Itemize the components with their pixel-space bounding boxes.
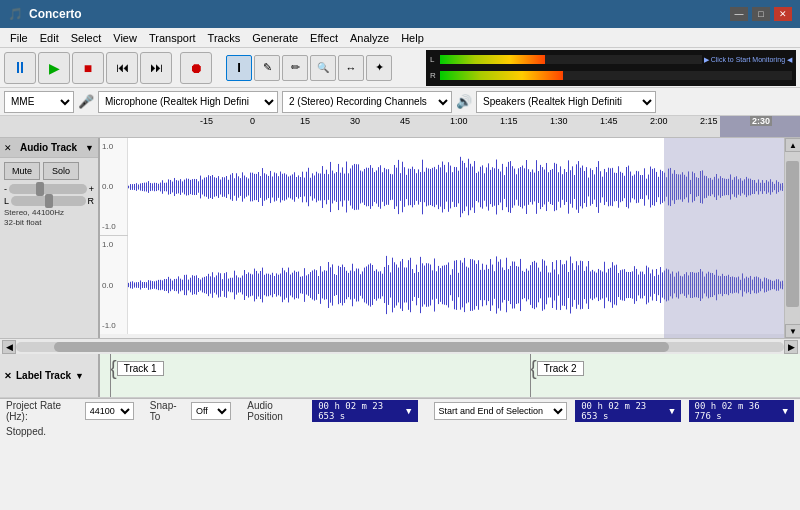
ruler-mark: 30 [350, 116, 360, 126]
scroll-left-button[interactable]: ◀ [2, 340, 16, 354]
audio-track-header: ✕ Audio Track ▼ [0, 138, 98, 158]
ruler-mark: 2:15 [700, 116, 718, 126]
host-select[interactable]: MME [4, 91, 74, 113]
ruler-mark: 1:30 [550, 116, 568, 126]
vscroll-track[interactable] [785, 152, 800, 324]
vu-R-label: R [430, 71, 438, 80]
pan-slider[interactable] [11, 196, 85, 206]
label-bracket-left-1: { [110, 358, 117, 378]
record-button[interactable]: ⏺ [180, 52, 212, 84]
gain-minus: - [4, 184, 7, 194]
audio-track-body: Mute Solo - + L R Stereo, 44100Hz 32-bit… [0, 158, 98, 233]
envelope-tool[interactable]: ✎ [254, 55, 280, 81]
next-button[interactable]: ⏭ [140, 52, 172, 84]
timeshift-tool[interactable]: ↔ [338, 55, 364, 81]
window-controls: — □ ✕ [730, 7, 792, 21]
snap-to-select[interactable]: Off [191, 402, 231, 420]
selection-start-display: 00 h 02 m 23 653 s ▼ [575, 400, 680, 422]
gain-thumb[interactable] [36, 182, 44, 196]
channels-select[interactable]: 2 (Stereo) Recording Channels [282, 91, 452, 113]
pan-R: R [88, 196, 95, 206]
bottom-channel: 1.0 0.0 -1.0 [100, 236, 784, 334]
scroll-up-button[interactable]: ▲ [785, 138, 800, 152]
menu-view[interactable]: View [107, 31, 143, 45]
ruler-mark: 1:45 [600, 116, 618, 126]
stop-button[interactable]: ■ [72, 52, 104, 84]
ruler-mark-current: 2:30 [750, 116, 772, 126]
select-tool[interactable]: I [226, 55, 252, 81]
mute-button[interactable]: Mute [4, 162, 40, 180]
stopped-text: Stopped. [6, 426, 46, 437]
sel-end-dropdown[interactable]: ▼ [783, 406, 788, 416]
audio-pos-label: Audio Position [247, 400, 304, 422]
menu-file[interactable]: File [4, 31, 34, 45]
status-bar: Project Rate (Hz): 44100 Snap-To Off Aud… [0, 398, 800, 422]
gain-slider[interactable] [9, 184, 87, 194]
label-dropdown-icon[interactable]: ▼ [75, 371, 84, 381]
label-pin-left-1 [110, 354, 111, 397]
label-track-controls: ✕ Label Track ▼ [0, 354, 100, 397]
scroll-down-button[interactable]: ▼ [785, 324, 800, 338]
menu-bar: File Edit Select View Transport Tracks G… [0, 28, 800, 48]
pause-button[interactable]: ⏸ [4, 52, 36, 84]
label-pin-left-2 [530, 354, 531, 397]
scroll-right-button[interactable]: ▶ [784, 340, 798, 354]
menu-help[interactable]: Help [395, 31, 430, 45]
play-button[interactable]: ▶ [38, 52, 70, 84]
project-rate-select[interactable]: 44100 [85, 402, 134, 420]
menu-generate[interactable]: Generate [246, 31, 304, 45]
vscroll-thumb[interactable] [786, 161, 799, 307]
solo-button[interactable]: Solo [43, 162, 79, 180]
menu-tracks[interactable]: Tracks [202, 31, 247, 45]
track-info-stereo: Stereo, 44100Hz [4, 208, 94, 218]
scale-bottom: 1.0 0.0 -1.0 [100, 236, 128, 334]
track-dropdown-icon[interactable]: ▼ [85, 143, 94, 153]
audio-position-display: 00 h 02 m 23 653 s ▼ [312, 400, 417, 422]
sel-end-value: 00 h 02 m 36 776 s [695, 401, 781, 421]
menu-edit[interactable]: Edit [34, 31, 65, 45]
waveform-area: 1.0 0.0 -1.0 1.0 0.0 -1.0 [100, 138, 784, 338]
selection-end-display: 00 h 02 m 36 776 s ▼ [689, 400, 794, 422]
ruler-mark: -15 [200, 116, 213, 126]
scale-top: 1.0 0.0 -1.0 [100, 138, 128, 235]
hscroll-track[interactable] [16, 342, 784, 352]
ruler-mark: 45 [400, 116, 410, 126]
selection-type-select[interactable]: Start and End of Selection [434, 402, 568, 420]
top-waveform-canvas [128, 138, 784, 236]
hscroll-thumb[interactable] [54, 342, 668, 352]
ruler-mark: 0 [250, 116, 255, 126]
audio-pos-dropdown[interactable]: ▼ [406, 406, 411, 416]
draw-tool[interactable]: ✏ [282, 55, 308, 81]
menu-analyze[interactable]: Analyze [344, 31, 395, 45]
pan-thumb[interactable] [45, 194, 53, 208]
label-text-2[interactable]: Track 2 [537, 361, 584, 376]
device-toolbar: MME 🎤 Microphone (Realtek High Defini 2 … [0, 88, 800, 116]
speaker-select[interactable]: Speakers (Realtek High Definiti [476, 91, 656, 113]
stopped-status: Stopped. [0, 422, 800, 440]
close-button[interactable]: ✕ [774, 7, 792, 21]
label-text-1[interactable]: Track 1 [117, 361, 164, 376]
track-area: ✕ Audio Track ▼ Mute Solo - + L R [0, 138, 800, 338]
label-bracket-left-2: { [530, 358, 537, 378]
label-close-x[interactable]: ✕ [4, 371, 12, 381]
menu-select[interactable]: Select [65, 31, 108, 45]
vertical-scrollbar[interactable]: ▲ ▼ [784, 138, 800, 338]
ruler-mark: 15 [300, 116, 310, 126]
pan-control: L R [4, 196, 94, 206]
minimize-button[interactable]: — [730, 7, 748, 21]
menu-transport[interactable]: Transport [143, 31, 202, 45]
prev-button[interactable]: ⏮ [106, 52, 138, 84]
vu-meter-R [440, 71, 792, 80]
vu-click-text[interactable]: ▶ Click to Start Monitoring ◀ [704, 56, 792, 64]
mic-icon: 🎤 [78, 94, 94, 109]
sel-start-dropdown[interactable]: ▼ [669, 406, 674, 416]
microphone-select[interactable]: Microphone (Realtek High Defini [98, 91, 278, 113]
zoom-tool[interactable]: 🔍 [310, 55, 336, 81]
track-close-x[interactable]: ✕ [4, 143, 12, 153]
multi-tool[interactable]: ✦ [366, 55, 392, 81]
horizontal-scrollbar[interactable]: ◀ ▶ [0, 338, 800, 354]
snap-to-label: Snap-To [150, 400, 183, 422]
vu-meter-L [440, 55, 702, 64]
maximize-button[interactable]: □ [752, 7, 770, 21]
menu-effect[interactable]: Effect [304, 31, 344, 45]
